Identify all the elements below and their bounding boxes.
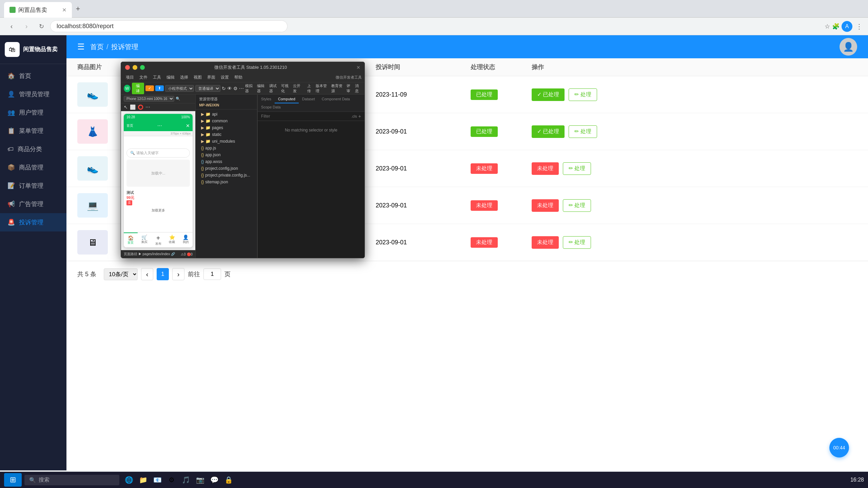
device-select[interactable]: Phone 12/13 mini 100% 16 [124, 96, 174, 102]
taskbar-search[interactable]: 🔍 搜索 [24, 475, 119, 485]
taskbar-app-5[interactable]: 🎵 [179, 473, 193, 487]
action-pending-button[interactable]: 未处理 [532, 236, 559, 249]
menu-icon: 📋 [7, 127, 15, 135]
tab-profile[interactable]: 👤 我的 [179, 232, 193, 247]
rect-icon[interactable]: ⬜ [130, 104, 136, 110]
product-image: 💻 [77, 193, 108, 218]
file-item[interactable]: {} sitemap.json [196, 179, 257, 185]
add-style-icon[interactable]: + [358, 114, 361, 119]
header-avatar[interactable]: 👤 [840, 38, 857, 56]
browser-actions: ☆ 🧩 A ⋮ [825, 21, 863, 32]
next-page-button[interactable]: › [172, 268, 184, 280]
folder-item[interactable]: ▶ 📁 uni_modules [196, 138, 257, 145]
close-button[interactable] [125, 65, 130, 70]
styles-tab[interactable]: Styles [258, 95, 275, 103]
bookmark-icon[interactable]: ☆ [825, 23, 830, 30]
circle-icon[interactable]: ⭕ [138, 104, 143, 110]
devtools-close-icon[interactable]: ✕ [356, 65, 360, 70]
refresh-icon[interactable]: ↻ [222, 86, 226, 91]
per-page-select[interactable]: 10条/页 [104, 268, 138, 280]
devtools-window[interactable]: 微信开发者工具 Stable 1.05.2301210 ✕ 项目 文件 工具 编… [121, 62, 365, 258]
taskbar-app-8[interactable]: 🔒 [222, 473, 235, 487]
folder-item[interactable]: ▶ 📁 common [196, 118, 257, 124]
compile-btn[interactable]: 编译 [132, 83, 144, 94]
status-badge: 已处理 [471, 89, 498, 100]
new-tab-button[interactable]: + [72, 3, 84, 15]
sidebar-item-products[interactable]: 📦 商品管理 [0, 158, 66, 177]
folder-item[interactable]: ▶ 📁 pages [196, 124, 257, 131]
profile-icon[interactable]: A [842, 21, 852, 32]
real-device-btn[interactable]: ⬆ [155, 85, 164, 91]
action-done-button[interactable]: ✓ 已处理 [532, 125, 565, 138]
start-button[interactable]: ⊞ [4, 473, 22, 487]
tab-favicon [9, 7, 16, 13]
file-item[interactable]: {} project.config.json [196, 165, 257, 172]
zoom-icon[interactable]: 🔍 [176, 97, 180, 101]
computed-tab[interactable]: Computed [275, 95, 299, 103]
settings-icon[interactable]: ⚙ [233, 86, 238, 91]
tab-home[interactable]: 🏠 首页 [124, 232, 138, 247]
action-handle-button[interactable]: ✏ 处理 [563, 236, 591, 249]
action-handle-button[interactable]: ✏ 处理 [569, 88, 597, 101]
action-pending-button[interactable]: 未处理 [532, 162, 559, 175]
taskbar-app-browser[interactable]: 🌐 [122, 473, 136, 487]
col-header-status: 处理状态 [471, 63, 532, 71]
folder-item[interactable]: ▶ 📁 static [196, 131, 257, 138]
sidebar-item-menu[interactable]: 📋 菜单管理 [0, 122, 66, 140]
minimize-button[interactable] [133, 65, 137, 70]
taskbar-app-3[interactable]: 📧 [151, 473, 164, 487]
scope-data-tab[interactable]: Scope Data [258, 103, 284, 111]
address-bar[interactable]: localhost:8080/report [50, 20, 288, 32]
action-pending-button[interactable]: 未处理 [532, 199, 559, 212]
more-icon[interactable]: ⋯ [239, 86, 244, 91]
sidebar-item-admin[interactable]: 👤 管理员管理 [0, 85, 66, 103]
folder-item[interactable]: ▶ 📁 api [196, 111, 257, 118]
prev-page-button[interactable]: ‹ [141, 268, 153, 280]
hamburger-icon[interactable]: ☰ [77, 42, 85, 52]
sidebar-item-category[interactable]: 🏷 商品分类 [0, 140, 66, 158]
goto-input[interactable] [203, 268, 221, 280]
file-item[interactable]: {} app.json [196, 151, 257, 158]
taskbar-app-folder[interactable]: 📁 [136, 473, 150, 487]
browser-tab[interactable]: 闲置品售卖 ✕ [4, 2, 72, 18]
sidebar-item-orders[interactable]: 📝 订单管理 [0, 177, 66, 195]
maximize-button[interactable] [140, 65, 145, 70]
tab-publish[interactable]: + 发布 [151, 232, 165, 247]
file-item[interactable]: {} app.js [196, 145, 257, 151]
eye-icon[interactable]: 👁 [227, 86, 232, 91]
back-button[interactable]: ‹ [5, 20, 18, 33]
taskbar-app-6[interactable]: 📷 [193, 473, 207, 487]
style-filter-input[interactable] [261, 114, 351, 119]
dataset-tab[interactable]: Dataset [299, 95, 318, 103]
forward-button[interactable]: › [20, 20, 33, 33]
action-done-button[interactable]: ✓ 已处理 [532, 88, 565, 101]
menu-dots-icon[interactable]: ⋮ [856, 22, 863, 30]
file-item[interactable]: {} project.private.config.js... [196, 172, 257, 179]
tab-close-icon[interactable]: ✕ [62, 7, 66, 13]
action-handle-button[interactable]: ✏ 处理 [563, 199, 591, 212]
sidebar-item-ads[interactable]: 📢 广告管理 [0, 195, 66, 213]
component-data-tab[interactable]: Component Data [318, 95, 353, 103]
tab-buy[interactable]: 🛒 购买 [138, 232, 152, 247]
logo-icon: 🛍 [5, 42, 20, 57]
action-handle-button[interactable]: ✏ 处理 [563, 162, 591, 175]
breadcrumb-home[interactable]: 首页 [90, 42, 104, 52]
cursor-icon[interactable]: ↖ [124, 104, 128, 110]
preview-btn[interactable]: ✓ [145, 85, 154, 91]
compile-mode-select[interactable]: 普通编译 [195, 85, 220, 92]
action-handle-button[interactable]: ✏ 处理 [569, 125, 597, 138]
page-1-button[interactable]: 1 [157, 268, 169, 280]
tab-favorite[interactable]: ⭐ 收藏 [165, 232, 179, 247]
orders-icon: 📝 [7, 182, 15, 189]
sidebar-item-users[interactable]: 👥 用户管理 [0, 103, 66, 122]
extensions-icon[interactable]: 🧩 [832, 23, 840, 30]
devtools-body: Phone 12/13 mini 100% 16 🔍 ↖ ⬜ ⭕ ⋯ [121, 95, 364, 258]
more-tools-icon[interactable]: ⋯ [145, 104, 150, 110]
reload-button[interactable]: ↻ [35, 20, 47, 33]
mode-select[interactable]: 小程序模式 [165, 85, 194, 92]
file-item[interactable]: {} app.wxss [196, 158, 257, 165]
sidebar-item-complaints[interactable]: 🚨 投诉管理 [0, 213, 66, 231]
taskbar-app-7[interactable]: 💬 [208, 473, 221, 487]
sidebar-item-home[interactable]: 🏠 首页 [0, 67, 66, 85]
taskbar-app-4[interactable]: ⚙ [165, 473, 178, 487]
